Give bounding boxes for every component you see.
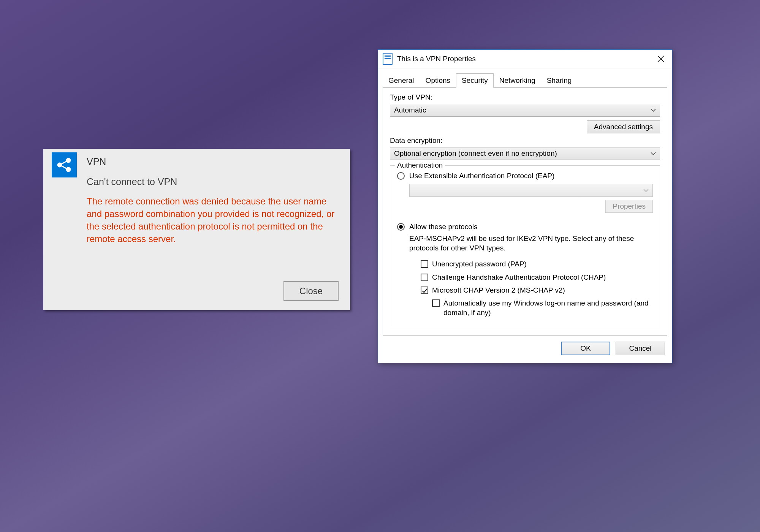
autologon-checkbox-label: Automatically use my Windows log-on name… — [443, 299, 653, 317]
document-icon — [383, 53, 393, 65]
notification-body: VPN Can't connect to VPN The remote conn… — [87, 152, 339, 245]
notification-content: VPN Can't connect to VPN The remote conn… — [43, 149, 350, 252]
eap-method-dropdown — [409, 184, 653, 197]
type-of-vpn-dropdown[interactable]: Automatic — [390, 104, 660, 117]
type-of-vpn-label: Type of VPN: — [390, 93, 660, 101]
notification-footer: Close — [283, 281, 339, 301]
pap-checkbox-row[interactable]: Unencrypted password (PAP) — [421, 260, 653, 269]
desktop-background: VPN Can't connect to VPN The remote conn… — [0, 0, 760, 532]
vpn-error-notification: VPN Can't connect to VPN The remote conn… — [43, 149, 350, 310]
notification-title: VPN — [87, 156, 339, 167]
tab-general[interactable]: General — [383, 73, 420, 88]
dialog-titlebar[interactable]: This is a VPN Properties — [378, 50, 672, 68]
allow-protocols-radio-label: Allow these protocols — [409, 223, 478, 231]
eap-radio[interactable] — [397, 172, 405, 180]
pap-checkbox-label: Unencrypted password (PAP) — [432, 260, 527, 269]
data-encryption-label: Data encryption: — [390, 136, 660, 145]
tab-sharing[interactable]: Sharing — [541, 73, 578, 88]
ok-button[interactable]: OK — [561, 342, 610, 355]
authentication-groupbox: Authentication Use Extensible Authentica… — [390, 165, 660, 328]
mschap-checkbox-row[interactable]: Microsoft CHAP Version 2 (MS-CHAP v2) — [421, 286, 653, 295]
data-encryption-value: Optional encryption (connect even if no … — [394, 149, 557, 158]
dialog-footer: OK Cancel — [378, 336, 672, 363]
close-icon[interactable] — [652, 51, 670, 67]
svg-line-3 — [61, 161, 67, 164]
autologon-checkbox-row[interactable]: Automatically use my Windows log-on name… — [432, 299, 653, 317]
svg-point-0 — [58, 163, 62, 167]
data-encryption-dropdown[interactable]: Optional encryption (connect even if no … — [390, 147, 660, 160]
chevron-down-icon — [651, 108, 656, 112]
vpn-properties-dialog: This is a VPN Properties General Options… — [378, 49, 672, 363]
eap-radio-row[interactable]: Use Extensible Authentication Protocol (… — [397, 172, 653, 180]
authentication-legend: Authentication — [395, 161, 445, 169]
dialog-body: General Options Security Networking Shar… — [378, 68, 672, 336]
svg-line-4 — [61, 166, 67, 169]
cancel-button[interactable]: Cancel — [616, 342, 665, 355]
close-button[interactable]: Close — [283, 281, 339, 301]
allow-protocols-radio-row[interactable]: Allow these protocols — [397, 223, 653, 231]
chap-checkbox-row[interactable]: Challenge Handshake Authentication Proto… — [421, 273, 653, 282]
tab-security[interactable]: Security — [456, 73, 494, 88]
chevron-down-icon — [643, 188, 649, 192]
chevron-down-icon — [651, 152, 656, 155]
chap-checkbox[interactable] — [421, 274, 428, 281]
mschap-checkbox[interactable] — [421, 287, 428, 294]
mschap-checkbox-label: Microsoft CHAP Version 2 (MS-CHAP v2) — [432, 286, 565, 295]
autologon-checkbox[interactable] — [432, 299, 440, 307]
pap-checkbox[interactable] — [421, 260, 428, 268]
tab-networking[interactable]: Networking — [494, 73, 541, 88]
tab-options[interactable]: Options — [420, 73, 456, 88]
allow-protocols-note: EAP-MSCHAPv2 will be used for IKEv2 VPN … — [409, 234, 653, 253]
notification-heading: Can't connect to VPN — [87, 176, 339, 187]
security-tab-panel: Type of VPN: Automatic Advanced settings… — [383, 88, 667, 336]
vpn-share-icon — [52, 152, 77, 177]
svg-point-1 — [66, 158, 70, 162]
type-of-vpn-value: Automatic — [394, 106, 426, 114]
notification-error-message: The remote connection was denied because… — [87, 195, 339, 245]
chap-checkbox-label: Challenge Handshake Authentication Proto… — [432, 273, 606, 282]
tab-strip: General Options Security Networking Shar… — [383, 73, 667, 88]
dialog-title: This is a VPN Properties — [397, 55, 652, 63]
eap-properties-button: Properties — [605, 200, 653, 213]
advanced-settings-button[interactable]: Advanced settings — [587, 120, 660, 133]
eap-radio-label: Use Extensible Authentication Protocol (… — [409, 172, 554, 180]
svg-point-2 — [66, 168, 70, 171]
allow-protocols-radio[interactable] — [397, 223, 405, 231]
